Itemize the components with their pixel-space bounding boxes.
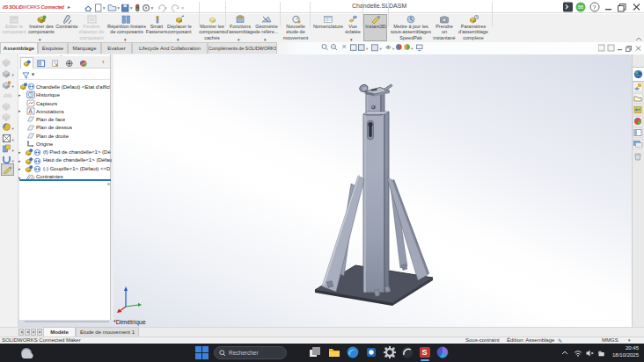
svg-text:S: S: [421, 348, 427, 357]
